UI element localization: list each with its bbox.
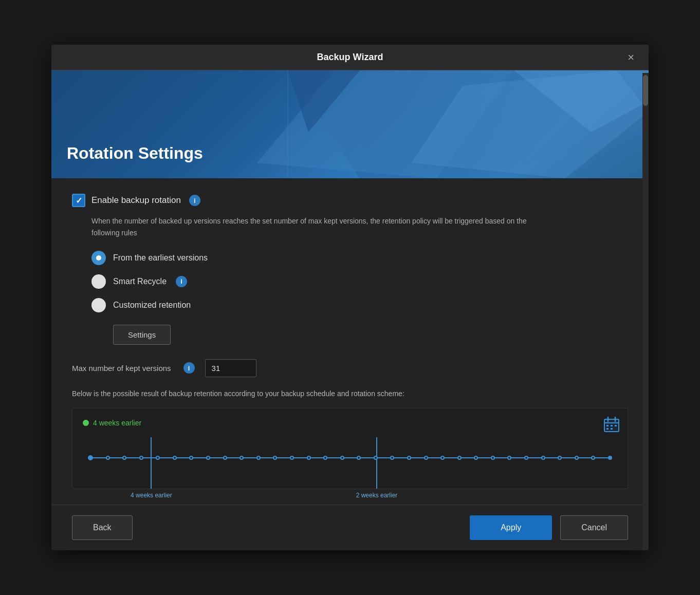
timeline-node <box>156 456 160 460</box>
timeline-node <box>223 456 227 460</box>
close-button[interactable]: × <box>623 50 638 65</box>
timeline-node <box>256 456 261 460</box>
timeline-node <box>390 456 394 460</box>
timeline-node <box>273 456 277 460</box>
backup-wizard-dialog: Backup Wizard × Rotation Settings ✓ <box>51 45 649 550</box>
calendar-icon[interactable] <box>603 416 620 436</box>
radio-smart-button[interactable] <box>91 274 106 289</box>
timeline-description: Below is the possible result of backup r… <box>72 389 628 398</box>
footer-right-buttons: Apply Cancel <box>470 515 628 540</box>
timeline-node <box>591 456 595 460</box>
radio-earliest-button[interactable] <box>91 251 106 265</box>
max-versions-label: Max number of kept versions <box>72 364 171 373</box>
max-versions-info-icon[interactable]: i <box>183 362 195 374</box>
timeline-node <box>608 456 612 460</box>
radio-earliest[interactable]: From the earliest versions <box>91 251 628 265</box>
timeline-node <box>173 456 177 460</box>
radio-customized-button[interactable] <box>91 298 106 312</box>
timeline-node <box>507 456 511 460</box>
apply-button[interactable]: Apply <box>470 515 552 540</box>
rotation-description: When the number of backed up versions re… <box>91 215 554 238</box>
timeline-nodes <box>88 455 612 460</box>
timeline-node <box>290 456 294 460</box>
timeline-node <box>88 455 93 460</box>
page-title: Rotation Settings <box>67 144 203 163</box>
timeline-node <box>307 456 311 460</box>
green-dot <box>83 420 89 426</box>
timeline-node <box>541 456 545 460</box>
smart-recycle-info-icon[interactable]: i <box>176 276 187 287</box>
max-versions-input[interactable] <box>205 359 256 377</box>
enable-rotation-label: Enable backup rotation <box>91 195 181 206</box>
svg-rect-12 <box>611 425 613 426</box>
content-area: ✓ Enable backup rotation i When the numb… <box>51 178 649 505</box>
timeline-track: 4 weeks earlier 2 weeks earlier <box>88 442 612 473</box>
max-versions-row: Max number of kept versions i <box>72 359 628 377</box>
timeline-node <box>357 456 361 460</box>
title-bar: Backup Wizard × <box>51 45 649 70</box>
timeline-node <box>491 456 495 460</box>
svg-rect-11 <box>606 425 609 426</box>
timeline-node <box>323 456 327 460</box>
timeline-container: 4 weeks earlier 4 weeks earlier 2 weeks … <box>72 408 628 489</box>
header-banner: Rotation Settings <box>51 70 649 178</box>
dialog-footer: Back Apply Cancel <box>51 505 649 550</box>
timeline-node <box>524 456 528 460</box>
timeline-node <box>440 456 445 460</box>
svg-rect-14 <box>606 428 609 430</box>
timeline-node <box>240 456 244 460</box>
timeline-node <box>407 456 411 460</box>
enable-rotation-checkbox[interactable]: ✓ <box>72 194 85 207</box>
svg-rect-15 <box>611 428 613 430</box>
cancel-button[interactable]: Cancel <box>560 515 628 540</box>
timeline-node <box>575 456 579 460</box>
timeline-node <box>340 456 344 460</box>
enable-rotation-row: ✓ Enable backup rotation i <box>72 194 628 207</box>
timeline-node <box>206 456 210 460</box>
timeline-node <box>106 456 110 460</box>
radio-smart[interactable]: Smart Recycle i <box>91 274 628 289</box>
timeline-node <box>374 456 378 460</box>
timeline-node <box>558 456 562 460</box>
radio-customized[interactable]: Customized retention <box>91 298 628 312</box>
timeline-node <box>189 456 193 460</box>
back-button[interactable]: Back <box>72 515 133 540</box>
dialog-title: Backup Wizard <box>317 52 383 63</box>
radio-customized-label: Customized retention <box>113 301 191 310</box>
radio-smart-label: Smart Recycle <box>113 277 167 286</box>
enable-rotation-info-icon[interactable]: i <box>189 195 200 206</box>
timeline-current-label: 4 weeks earlier <box>83 419 617 427</box>
timeline-node <box>122 456 126 460</box>
timeline-node <box>457 456 462 460</box>
svg-rect-13 <box>615 425 617 426</box>
settings-button[interactable]: Settings <box>113 325 171 345</box>
rotation-mode-radio-group: From the earliest versions Smart Recycle… <box>91 251 628 312</box>
timeline-node <box>424 456 428 460</box>
radio-earliest-label: From the earliest versions <box>113 253 208 263</box>
marker-2weeks: 2 weeks earlier <box>376 437 377 489</box>
timeline-node <box>474 456 478 460</box>
marker-4weeks: 4 weeks earlier <box>151 437 152 489</box>
timeline-node <box>139 456 143 460</box>
scrollbar[interactable] <box>642 73 649 550</box>
scrollbar-thumb[interactable] <box>643 75 648 106</box>
